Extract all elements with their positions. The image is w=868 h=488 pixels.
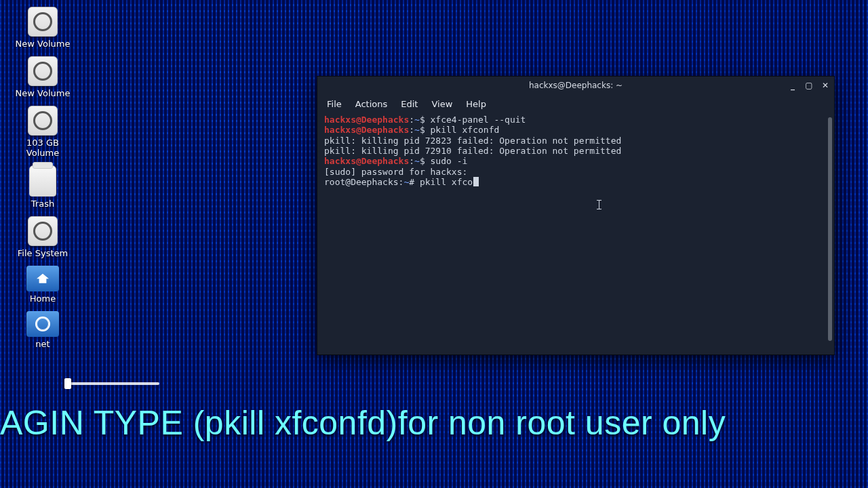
menu-file[interactable]: File — [327, 99, 342, 109]
desktop-icon-new-volume-2[interactable]: New Volume — [12, 56, 73, 99]
icon-label: net — [35, 340, 50, 350]
drive-icon — [28, 106, 58, 136]
trash-icon — [29, 165, 56, 197]
window-titlebar[interactable]: hackxs@Deephacks: ~ _ ▢ ✕ — [317, 77, 834, 94]
terminal-output: [sudo] password for hackxs: — [324, 167, 467, 177]
menu-view[interactable]: View — [431, 99, 452, 109]
terminal-cmd-4: pkill xfco — [420, 177, 473, 187]
terminal-scrollbar[interactable] — [828, 117, 832, 341]
desktop-icon-103gb-volume[interactable]: 103 GB Volume — [12, 106, 73, 159]
folder-net-icon — [26, 311, 59, 337]
folder-home-icon — [26, 266, 59, 291]
desktop-icon-home[interactable]: Home — [12, 266, 73, 304]
drive-icon — [28, 216, 58, 246]
prompt-user: hackxs@Deephacks — [324, 156, 409, 166]
desktop-icons-area: New Volume New Volume 103 GB Volume Tras… — [12, 7, 148, 357]
terminal-cmd-2: pkill xfconfd — [431, 125, 500, 135]
terminal-output: pkill: killing pid 72823 failed: Operati… — [324, 136, 621, 146]
menu-help[interactable]: Help — [466, 99, 486, 109]
icon-label: New Volume — [16, 89, 71, 99]
prompt-root: root@Deephacks — [324, 177, 399, 187]
prompt-path: ~ — [414, 125, 420, 135]
prompt-path: ~ — [414, 115, 420, 125]
terminal-window: hackxs@Deephacks: ~ _ ▢ ✕ File Actions E… — [317, 76, 835, 355]
prompt-user: hackxs@Deephacks — [324, 115, 409, 125]
terminal-cmd-1: xfce4-panel --quit — [431, 115, 526, 125]
drive-icon — [28, 56, 58, 86]
desktop-icon-net[interactable]: net — [12, 311, 73, 350]
terminal-output: pkill: killing pid 72910 failed: Operati… — [324, 146, 621, 156]
slider-thumb[interactable] — [64, 378, 71, 389]
desktop-slider[interactable] — [64, 381, 159, 386]
window-controls: _ ▢ ✕ — [788, 81, 830, 90]
close-button[interactable]: ✕ — [821, 81, 830, 90]
terminal-cmd-3: sudo -i — [431, 156, 468, 166]
desktop-icon-file-system[interactable]: File System — [12, 216, 73, 259]
icon-label: Trash — [31, 199, 54, 209]
icon-label: 103 GB Volume — [13, 138, 73, 159]
drive-icon — [28, 7, 58, 37]
menu-actions[interactable]: Actions — [355, 99, 388, 109]
prompt-path: ~ — [403, 177, 409, 187]
terminal-body[interactable]: hackxs@Deephacks:~$ xfce4-panel --quit h… — [317, 113, 834, 354]
icon-label: New Volume — [16, 39, 71, 49]
terminal-cursor — [473, 177, 479, 186]
window-menubar: File Actions Edit View Help — [317, 94, 834, 113]
slider-track — [64, 382, 159, 385]
text-cursor-ibeam — [599, 200, 599, 209]
desktop-icon-trash[interactable]: Trash — [12, 165, 73, 209]
desktop-icon-new-volume-1[interactable]: New Volume — [12, 7, 73, 49]
window-title: hackxs@Deephacks: ~ — [529, 81, 623, 90]
minimize-button[interactable]: _ — [788, 81, 797, 90]
prompt-path: ~ — [414, 156, 420, 166]
maximize-button[interactable]: ▢ — [804, 81, 814, 90]
menu-edit[interactable]: Edit — [401, 99, 418, 109]
icon-label: Home — [30, 294, 56, 304]
prompt-user: hackxs@Deephacks — [324, 125, 409, 135]
video-caption-overlay: AGIN TYPE (pkill xfconfd)for non root us… — [0, 403, 868, 443]
icon-label: File System — [18, 249, 68, 259]
